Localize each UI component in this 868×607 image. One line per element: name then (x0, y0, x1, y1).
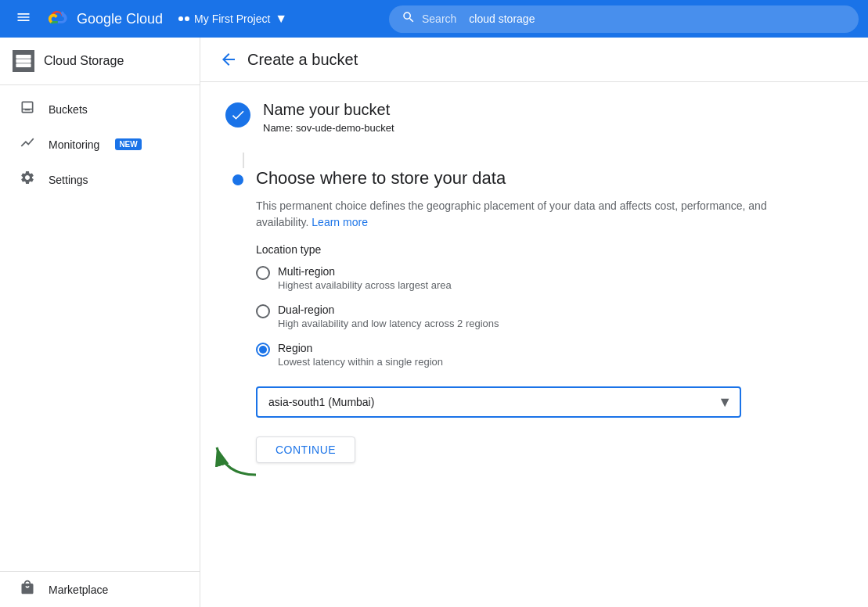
search-label: Search (422, 13, 456, 25)
learn-more-link[interactable]: Learn more (312, 216, 368, 228)
project-selector[interactable]: My First Project ▼ (172, 9, 294, 29)
step2-description: This permanent choice defines the geogra… (256, 198, 801, 231)
region-dropdown-container: asia-south1 (Mumbai) us-central1 (Iowa) … (256, 386, 741, 418)
sidebar-header: Cloud Storage (0, 38, 200, 85)
actions-row: CONTINUE (256, 436, 801, 463)
radio-region-desc: Lowest latency within a single region (278, 356, 443, 368)
sidebar-nav: Buckets Monitoring NEW Settings (0, 85, 200, 203)
green-arrow-icon (209, 440, 264, 479)
radio-option-region[interactable]: Region Lowest latency within a single re… (256, 342, 801, 368)
step1-content: Name your bucket Name: sov-ude-demo-buck… (263, 101, 394, 134)
radio-multi-region-text: Multi-region Highest availability across… (278, 265, 452, 291)
step2-body: Choose where to store your data This per… (256, 168, 801, 463)
radio-multi-region-circle (256, 266, 270, 280)
radio-option-dual-region[interactable]: Dual-region High availability and low la… (256, 304, 801, 329)
marketplace-icon (19, 580, 36, 599)
logo-text: Google Cloud (77, 11, 163, 27)
back-button[interactable] (219, 50, 238, 69)
search-bar[interactable]: Search (389, 5, 859, 33)
continue-button[interactable]: CONTINUE (256, 436, 355, 463)
monitoring-badge: NEW (115, 138, 141, 150)
app-layout: Cloud Storage Buckets Monitoring NEW (0, 38, 868, 607)
radio-region-circle (256, 343, 270, 357)
sidebar-item-marketplace-label: Marketplace (49, 584, 108, 596)
project-name: My First Project (194, 13, 270, 25)
step1-check-icon (225, 102, 250, 128)
sidebar-item-monitoring[interactable]: Monitoring NEW (0, 127, 193, 162)
step2-active: Choose where to store your data This per… (225, 168, 801, 463)
radio-dual-region-text: Dual-region High availability and low la… (278, 304, 499, 329)
region-select[interactable]: asia-south1 (Mumbai) us-central1 (Iowa) … (256, 386, 741, 418)
region-dropdown-wrapper: asia-south1 (Mumbai) us-central1 (Iowa) … (256, 386, 801, 418)
radio-option-multi-region[interactable]: Multi-region Highest availability across… (256, 265, 801, 291)
project-dropdown-icon: ▼ (275, 12, 287, 26)
content-header: Create a bucket (200, 38, 868, 82)
step1-detail: Name: sov-ude-demo-bucket (263, 122, 394, 134)
radio-dual-region-desc: High availability and low latency across… (278, 318, 499, 329)
sidebar-item-settings-label: Settings (49, 174, 88, 186)
radio-dual-region-circle (256, 304, 270, 318)
project-dots-icon (178, 16, 189, 21)
cloud-storage-icon (13, 50, 34, 72)
search-input[interactable] (469, 13, 846, 25)
radio-region-text: Region Lowest latency within a single re… (278, 342, 443, 368)
radio-multi-region-desc: Highest availability across largest area (278, 279, 452, 291)
sidebar-item-monitoring-label: Monitoring (49, 138, 99, 151)
sidebar-item-marketplace[interactable]: Marketplace (0, 572, 193, 607)
wizard-body: Name your bucket Name: sov-ude-demo-buck… (200, 82, 827, 494)
step-connector (243, 153, 801, 168)
sidebar-item-buckets-label: Buckets (49, 103, 88, 116)
monitoring-icon (19, 135, 36, 154)
location-type-radio-group: Multi-region Highest availability across… (256, 265, 801, 368)
step1-name-value: sov-ude-demo-bucket (296, 122, 394, 134)
google-cloud-logo[interactable]: Google Cloud (47, 7, 163, 31)
step2-heading: Choose where to store your data (256, 168, 801, 189)
svg-rect-2 (16, 63, 31, 67)
buckets-icon (19, 99, 36, 119)
radio-dual-region-label: Dual-region (278, 304, 499, 316)
menu-icon[interactable] (9, 3, 38, 35)
svg-rect-1 (16, 59, 31, 63)
arrow-annotation: CONTINUE (256, 436, 355, 463)
radio-region-label: Region (278, 342, 443, 354)
settings-icon (19, 170, 36, 189)
connector-line (243, 153, 244, 168)
step2-dot (232, 174, 243, 185)
sidebar-item-settings[interactable]: Settings (0, 162, 193, 197)
sidebar-item-buckets[interactable]: Buckets (0, 92, 193, 127)
top-nav: Google Cloud My First Project ▼ Search (0, 0, 868, 38)
svg-rect-0 (16, 55, 31, 59)
radio-multi-region-label: Multi-region (278, 265, 452, 278)
main-content: Create a bucket Name your bucket Name: s… (200, 38, 868, 607)
page-title: Create a bucket (247, 51, 358, 69)
sidebar: Cloud Storage Buckets Monitoring NEW (0, 38, 200, 607)
step1-name-label: Name: (263, 122, 293, 134)
step1-heading: Name your bucket (263, 101, 394, 119)
sidebar-title: Cloud Storage (44, 54, 124, 68)
step1-completed: Name your bucket Name: sov-ude-demo-buck… (225, 101, 801, 134)
search-icon (402, 10, 416, 28)
location-type-label: Location type (256, 243, 801, 256)
